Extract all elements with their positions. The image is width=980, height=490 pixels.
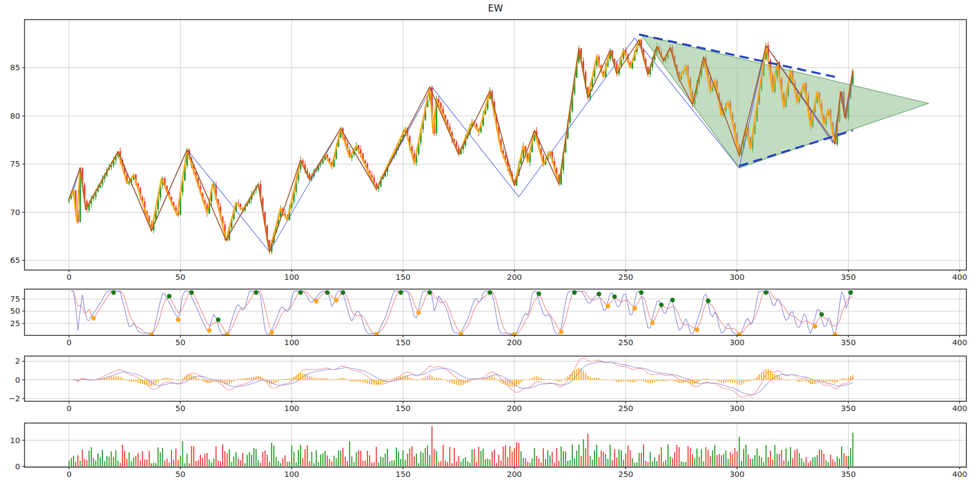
svg-text:100: 100 <box>284 338 299 347</box>
svg-text:50: 50 <box>175 273 185 281</box>
svg-text:65: 65 <box>10 256 20 265</box>
svg-text:200: 200 <box>507 273 522 281</box>
svg-text:25: 25 <box>10 319 20 328</box>
svg-text:0: 0 <box>66 404 71 413</box>
svg-text:75: 75 <box>10 160 20 168</box>
chart-canvas: 0501001502002503003504006570758085050100… <box>0 0 980 490</box>
svg-text:75: 75 <box>10 295 20 303</box>
svg-text:50: 50 <box>175 404 185 413</box>
svg-text:200: 200 <box>507 404 522 413</box>
svg-text:150: 150 <box>395 338 411 347</box>
svg-text:300: 300 <box>730 404 745 413</box>
svg-text:50: 50 <box>175 338 185 347</box>
svg-text:150: 150 <box>395 404 411 413</box>
svg-text:250: 250 <box>618 404 633 413</box>
oscillator-panel <box>71 290 853 336</box>
figure: EW 0501001502002503003504006570758085050… <box>0 0 980 490</box>
volume-grid <box>24 423 966 467</box>
svg-text:0: 0 <box>15 462 20 471</box>
svg-text:80: 80 <box>10 112 20 120</box>
svg-text:0: 0 <box>66 273 71 281</box>
svg-text:85: 85 <box>10 63 20 72</box>
svg-text:50: 50 <box>175 470 185 479</box>
svg-text:−2: −2 <box>9 394 20 403</box>
svg-text:400: 400 <box>952 470 967 479</box>
svg-text:250: 250 <box>618 338 633 347</box>
svg-text:150: 150 <box>395 470 411 479</box>
svg-text:0: 0 <box>66 470 71 479</box>
svg-text:150: 150 <box>395 273 411 281</box>
svg-text:70: 70 <box>10 208 20 217</box>
svg-text:300: 300 <box>730 338 745 347</box>
svg-text:400: 400 <box>952 273 967 281</box>
svg-text:200: 200 <box>507 338 522 347</box>
volume-axes: 050100150200250300350400010 <box>10 423 967 479</box>
svg-text:400: 400 <box>952 338 967 347</box>
svg-text:250: 250 <box>618 470 633 479</box>
macd-grid <box>24 356 966 401</box>
svg-text:400: 400 <box>952 404 967 413</box>
svg-text:50: 50 <box>10 307 20 315</box>
svg-text:350: 350 <box>841 338 856 347</box>
svg-text:350: 350 <box>841 273 856 281</box>
svg-text:0: 0 <box>66 338 71 347</box>
svg-text:10: 10 <box>10 436 20 445</box>
svg-text:100: 100 <box>284 404 299 413</box>
svg-text:250: 250 <box>618 273 633 281</box>
macd-panel <box>73 358 853 397</box>
svg-text:2: 2 <box>15 357 20 365</box>
svg-text:0: 0 <box>15 376 20 384</box>
svg-text:350: 350 <box>841 470 856 479</box>
svg-text:200: 200 <box>507 470 522 479</box>
oscillator-axes: 050100150200250300350400255075 <box>10 289 967 347</box>
svg-text:300: 300 <box>730 273 745 281</box>
svg-text:300: 300 <box>730 470 745 479</box>
price-grid <box>24 20 966 270</box>
svg-text:100: 100 <box>284 470 299 479</box>
svg-text:350: 350 <box>841 404 856 413</box>
price-axes: 0501001502002503003504006570758085 <box>10 20 967 281</box>
svg-text:100: 100 <box>284 273 299 281</box>
volume-panel <box>69 426 854 467</box>
